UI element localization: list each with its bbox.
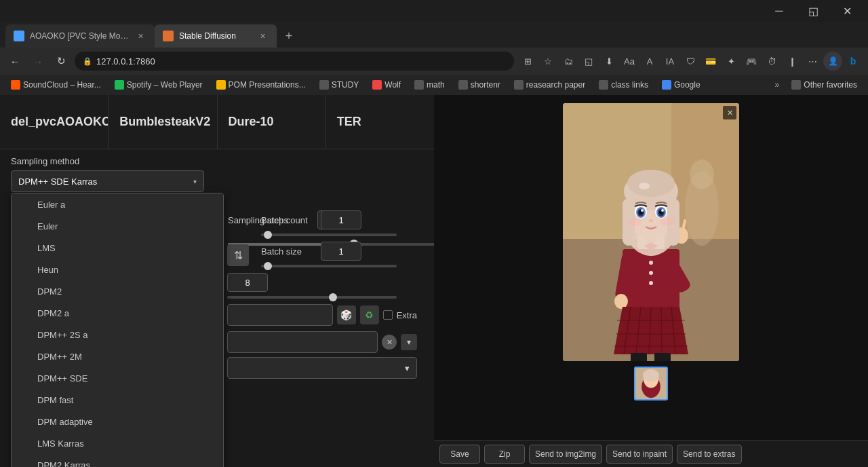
dropdown-item-dpmpp-sde[interactable]: DPM++ SDE [12, 367, 223, 389]
browser-chrome: ─ ◱ ✕ AOAOKO [PVC Style Model] - PV... ✕… [0, 0, 868, 95]
bookmark-wolf[interactable]: Wolf [367, 77, 406, 92]
dropdown-item-lms-karras[interactable]: LMS Karras [12, 432, 223, 454]
batch-size-input[interactable]: 1 [321, 242, 361, 261]
bookmark-wolf-label: Wolf [384, 80, 401, 90]
copilot-icon[interactable]: ✦ [722, 52, 741, 71]
tab-2[interactable]: Stable Diffusion ✕ [155, 24, 277, 48]
bookmark-classlinks[interactable]: class links [593, 77, 654, 92]
new-tab-button[interactable]: + [279, 26, 298, 45]
bookmark-pom-label: POM Presentations... [229, 80, 306, 90]
history-icon[interactable]: ⏱ [762, 52, 781, 71]
address-bar[interactable]: 🔒 127.0.0.1:7860 [75, 52, 514, 71]
batch-size-row: Batch size 1 [261, 242, 417, 267]
cfg-slider[interactable] [227, 296, 397, 299]
send-img2img-button[interactable]: Send to img2img [529, 445, 602, 464]
download-icon[interactable]: ⬇ [599, 52, 618, 71]
svg-rect-27 [631, 353, 647, 361]
dropdown-item-dpm2-a[interactable]: DPM2 a [12, 302, 223, 324]
bookmark-shortenr[interactable]: shortenr [453, 77, 506, 92]
dropdown-item-euler-a[interactable]: Euler a [12, 193, 223, 215]
script-clear-button[interactable]: ✕ [382, 335, 397, 350]
refresh-button[interactable]: ↻ [52, 52, 71, 71]
lock-icon: 🔒 [83, 57, 92, 66]
batch-count-input[interactable]: 1 [321, 210, 361, 229]
cfg-header: 8 [227, 273, 417, 292]
bookmark-study-icon [319, 80, 329, 90]
bookmark-google[interactable]: Google [656, 77, 706, 92]
bookmark-pom[interactable]: POM Presentations... [211, 77, 311, 92]
dice-button[interactable]: 🎲 [337, 305, 356, 324]
translate-icon[interactable]: A [640, 52, 659, 71]
save-button[interactable]: Save [439, 445, 480, 464]
extensions-icon[interactable]: ⊞ [518, 52, 537, 71]
dropdown-item-dpm-adaptive[interactable]: DPM adaptive [12, 411, 223, 432]
script-dropdown-2[interactable]: ▾ [227, 357, 417, 379]
bookmark-research[interactable]: reasearch paper [509, 77, 591, 92]
minimize-button[interactable]: ─ [764, 0, 795, 22]
recycle-button[interactable]: ♻ [360, 305, 379, 324]
batch-count-slider[interactable] [261, 234, 397, 236]
bookmark-spotify[interactable]: Spotify – Web Player [109, 77, 208, 92]
bookmark-study-label: STUDY [332, 80, 359, 90]
close-button[interactable]: ✕ [831, 0, 863, 22]
image-display: ✕ [563, 103, 739, 361]
sampling-method-dropdown-btn[interactable]: DPM++ SDE Karras ▾ [11, 170, 204, 192]
script-dropdown-button[interactable]: ▾ [401, 334, 417, 350]
bookmark-soundcloud[interactable]: SoundCloud – Hear... [5, 77, 106, 92]
model-card-del[interactable]: del_pvcAOAOKO [0, 95, 108, 149]
model-card-ter[interactable]: TER [326, 95, 434, 149]
dropdown-label-euler-a: Euler a [37, 200, 65, 210]
swap-dimensions-button[interactable]: ⇅ [227, 244, 249, 266]
extra-checkbox[interactable]: Extra [383, 310, 417, 320]
sampling-method-value: DPM++ SDE Karras [18, 176, 97, 187]
dropdown-item-euler[interactable]: Euler [12, 215, 223, 237]
favorites-icon[interactable]: ☆ [538, 52, 557, 71]
tab-2-close[interactable]: ✕ [256, 30, 269, 42]
dropdown-item-dpm2-karras[interactable]: DPM2 Karras [12, 454, 223, 467]
script-input-1[interactable] [227, 331, 378, 353]
generated-image [563, 103, 739, 361]
bookmark-other-favorites[interactable]: Other favorites [786, 77, 863, 92]
games-icon[interactable]: 🎮 [742, 52, 761, 71]
image-close-button[interactable]: ✕ [723, 106, 736, 119]
zip-button[interactable]: Zip [484, 445, 525, 464]
thumbnail-1[interactable] [634, 367, 668, 400]
tab-1[interactable]: AOAOKO [PVC Style Model] - PV... ✕ [5, 24, 155, 48]
batch-size-slider[interactable] [261, 265, 397, 267]
dropdown-item-lms[interactable]: LMS [12, 237, 223, 259]
bookmark-study[interactable]: STUDY [314, 77, 365, 92]
dropdown-item-dpm2[interactable]: DPM2 [12, 280, 223, 302]
maximize-button[interactable]: ◱ [797, 0, 829, 22]
dropdown-item-dpm-fast[interactable]: DPM fast [12, 389, 223, 411]
dropdown-label-dpmpp-2m: DPM++ 2M [37, 352, 82, 362]
wallet-icon[interactable]: 💳 [701, 52, 720, 71]
profile-icon[interactable]: 👤 [823, 52, 842, 71]
dropdown-label-dpm-fast: DPM fast [37, 395, 73, 405]
model-card-dure[interactable]: Dure-10 [218, 95, 326, 149]
sidebar-icon[interactable]: ❙ [783, 52, 802, 71]
bing-icon[interactable]: b [844, 52, 863, 71]
send-extras-button[interactable]: Send to extras [677, 445, 741, 464]
split-screen-icon[interactable]: ◱ [579, 52, 598, 71]
dropdown-item-dpmpp-2m[interactable]: DPM++ 2M [12, 345, 223, 367]
secure-icon[interactable]: 🛡 [681, 52, 700, 71]
model-card-bumble[interactable]: BumblesteakV2 [108, 95, 217, 149]
forward-button[interactable]: → [28, 52, 47, 71]
immersive-icon[interactable]: IA [660, 52, 679, 71]
tab-1-close[interactable]: ✕ [134, 30, 146, 42]
bookmarks-more-button[interactable]: » [771, 77, 784, 92]
collections-icon[interactable]: 🗂 [559, 52, 578, 71]
dropdown-item-heun[interactable]: Heun [12, 259, 223, 280]
seed-input[interactable] [227, 304, 333, 326]
main-content: del_pvcAOAOKO BumblesteakV2 Dure-10 TER … [0, 95, 868, 467]
swap-icon: ⇅ [227, 244, 249, 266]
dropdown-item-dpmpp-2s-a[interactable]: DPM++ 2S a [12, 324, 223, 345]
more-button[interactable]: ⋯ [803, 52, 822, 71]
back-button[interactable]: ← [5, 52, 24, 71]
reader-icon[interactable]: Aa [620, 52, 639, 71]
send-inpaint-button[interactable]: Send to inpaint [606, 445, 673, 464]
sampling-method-dropdown: DPM++ SDE Karras ▾ Euler a Euler [11, 170, 204, 192]
bookmark-math[interactable]: math [409, 77, 450, 92]
model-card-bumble-label: BumblesteakV2 [119, 115, 210, 129]
cfg-value-input[interactable]: 8 [227, 273, 268, 292]
